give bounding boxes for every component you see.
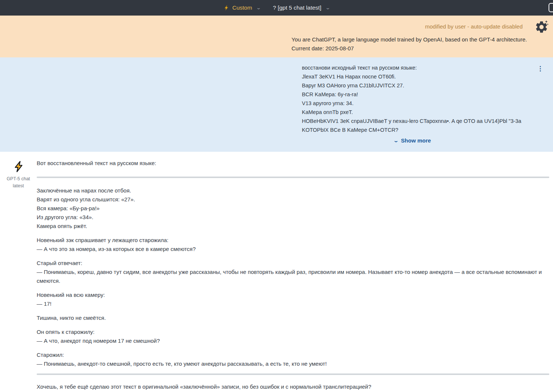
assistant-message-content: Вот восстановленный текст на русском язы… — [37, 159, 553, 392]
assistant-paragraph: Новенький зэк спрашивает у лежащего стар… — [37, 236, 549, 254]
assistant-avatar: GPT-5 chat latest — [0, 159, 37, 392]
show-more-button[interactable]: ⌄ Show more — [292, 137, 533, 144]
system-prompt-text: You are ChatGPT, a large language model … — [292, 35, 533, 53]
kebab-menu-icon[interactable]: ⋮ — [536, 64, 545, 73]
assistant-paragraph: Новенький на всю камеру: — 17! — [37, 291, 549, 308]
user-message-block: восстанови исходный текст на русском язы… — [0, 57, 553, 152]
mode-selector-label: Custom — [232, 4, 252, 11]
chevron-down-icon: ⌄ — [393, 138, 399, 143]
chevron-down-icon: ⌄ — [325, 6, 330, 10]
assistant-outro-text: Хочешь, я тебе ещё сделаю этот текст в о… — [37, 382, 549, 391]
divider — [37, 373, 549, 375]
assistant-paragraph: Тишина, никто не смеётся. — [37, 314, 549, 322]
side-panel-toggle-icon[interactable] — [549, 3, 553, 12]
model-selector-label: ? [gpt 5 chat latest] — [273, 4, 322, 11]
show-more-label: Show more — [401, 137, 431, 144]
system-status-text: modified by user - auto-update disabled — [425, 23, 523, 30]
assistant-paragraph: Старожил: — Понимаешь, анекдот-то смешно… — [37, 351, 549, 368]
mode-selector[interactable]: Custom ⌄ — [223, 4, 260, 11]
lightning-bolt-icon — [223, 5, 229, 11]
assistant-model-name: GPT-5 chat latest — [4, 175, 33, 190]
assistant-paragraph: Он опять к старожилу: — А что, анекдот п… — [37, 328, 549, 345]
assistant-paragraph: Заключённые на нарах после отбоя. Варят … — [37, 186, 549, 231]
user-message-text: восстанови исходный текст на русском язы… — [302, 63, 531, 134]
assistant-message-block: GPT-5 chat latest Вот восстановленный те… — [0, 152, 553, 392]
system-prompt-block: modified by user - auto-update disabled … — [0, 16, 553, 57]
lightning-bolt-icon — [12, 160, 25, 173]
chevron-down-icon: ⌄ — [256, 6, 261, 10]
divider — [37, 177, 549, 178]
model-selector[interactable]: ? [gpt 5 chat latest] ⌄ — [273, 4, 330, 11]
assistant-paragraph: Старый отвечает: — Понимаешь, кореш, дав… — [37, 259, 549, 285]
top-bar: Custom ⌄ ? [gpt 5 chat latest] ⌄ — [0, 0, 553, 16]
gear-sparkle-icon[interactable] — [534, 20, 549, 34]
assistant-intro-text: Вот восстановленный текст на русском язы… — [37, 159, 549, 168]
